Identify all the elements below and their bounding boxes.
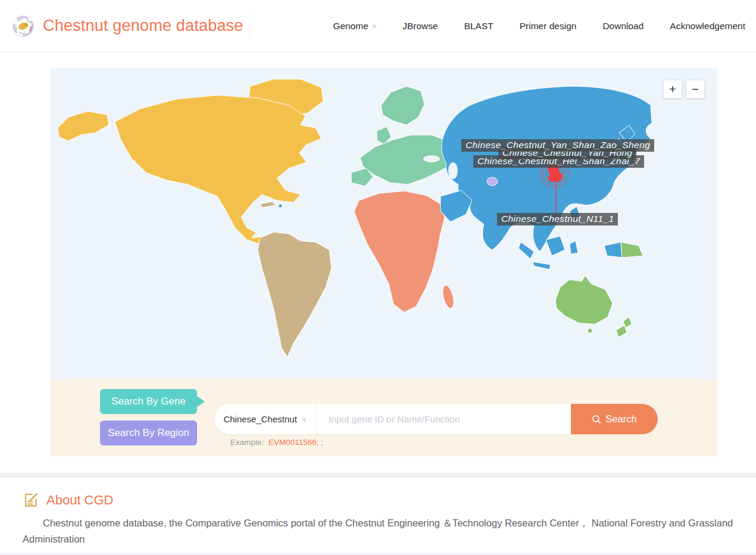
site-title: Chestnut genome database: [43, 17, 243, 35]
header: Chestnut genome database Genome ∨ JBrows…: [0, 0, 756, 52]
nav-acknowledgement-label: Acknowledgement: [670, 21, 745, 32]
section-divider: [0, 473, 756, 478]
example-gene-id[interactable]: EVM0011566; ;: [268, 438, 323, 447]
map-zoom-controls: + −: [664, 80, 704, 98]
map-search-card: Chinese_Chestnut_Yan_Shan_Zao_Sheng Chin…: [51, 68, 717, 456]
about-text: Chestnut genome database, the Comparativ…: [23, 515, 733, 547]
search-panel: Search By Gene Search By Region Chinese_…: [51, 379, 717, 456]
gene-search-input[interactable]: [317, 404, 571, 434]
nav-blast-label: BLAST: [464, 21, 493, 32]
search-icon: [592, 415, 601, 424]
nav-genome-label: Genome: [333, 21, 368, 32]
nav-download-label: Download: [602, 21, 643, 32]
about-title: About CGD: [46, 493, 114, 508]
map-central-asia-country: [487, 177, 498, 186]
search-button[interactable]: Search: [571, 404, 658, 434]
nav-primer-design[interactable]: Primer design: [520, 21, 577, 32]
search-by-region-button[interactable]: Search By Region: [100, 421, 197, 446]
search-example: Example: EVM0011566; ;: [230, 438, 323, 447]
map-hispaniola: [279, 204, 282, 208]
document-edit-icon: [23, 492, 39, 508]
title-divider: [249, 14, 250, 39]
about-section: About CGD Chestnut genome database, the …: [0, 478, 756, 553]
nav-primer-design-label: Primer design: [520, 21, 577, 32]
map-black-sea: [423, 155, 440, 162]
search-button-label: Search: [605, 413, 636, 425]
gene-search-bar: Chinese_Chestnut ∨ Search: [214, 404, 658, 434]
zoom-in-button[interactable]: +: [664, 80, 682, 98]
world-map[interactable]: Chinese_Chestnut_Yan_Shan_Zao_Sheng Chin…: [51, 68, 717, 379]
map-marker-label[interactable]: Chinese_Chestnut_N11_1: [497, 213, 618, 225]
main-nav: Genome ∨ JBrowse BLAST Primer design Dow…: [333, 21, 756, 32]
zoom-out-button[interactable]: −: [686, 80, 704, 98]
chevron-down-icon: ∨: [371, 23, 377, 29]
search-by-gene-button[interactable]: Search By Gene: [100, 389, 197, 414]
main-content: Chinese_Chestnut_Yan_Shan_Zao_Sheng Chin…: [0, 52, 756, 473]
nav-jbrowse[interactable]: JBrowse: [402, 21, 438, 32]
map-tasmania: [588, 328, 592, 333]
nav-jbrowse-label: JBrowse: [402, 21, 438, 32]
map-marker-label[interactable]: Chinese_Chestnut_Yan_Shan_Zao_Sheng: [461, 139, 654, 152]
about-header: About CGD: [23, 492, 733, 508]
nav-genome[interactable]: Genome ∨: [333, 21, 376, 32]
nav-download[interactable]: Download: [602, 21, 643, 32]
nav-acknowledgement[interactable]: Acknowledgement: [670, 21, 745, 32]
nav-blast[interactable]: BLAST: [464, 21, 493, 32]
site-logo-icon[interactable]: [12, 15, 35, 37]
example-prefix: Example:: [230, 438, 264, 447]
map-caspian-sea: [448, 162, 458, 179]
species-select[interactable]: Chinese_Chestnut ∨: [214, 404, 317, 434]
species-select-value: Chinese_Chestnut: [223, 414, 296, 424]
chevron-down-icon: ∨: [302, 415, 307, 424]
